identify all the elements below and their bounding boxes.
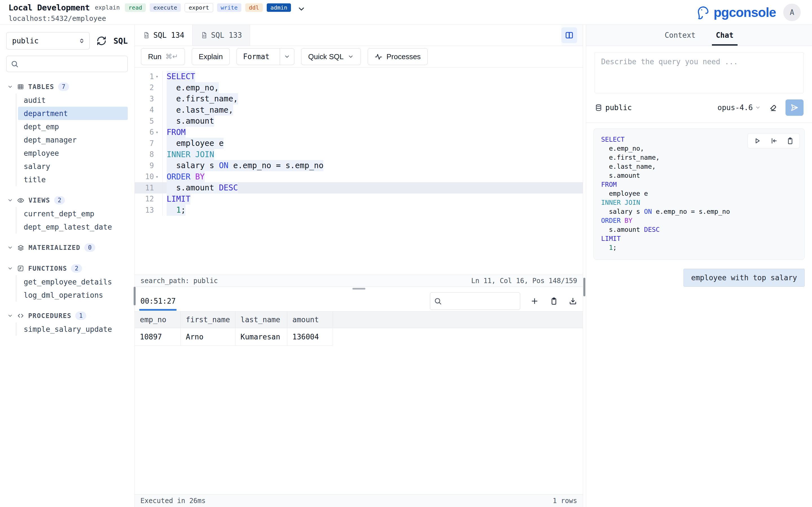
line-number: 9 bbox=[149, 161, 154, 170]
run-code-icon[interactable] bbox=[753, 137, 761, 145]
editor-line-6[interactable]: 6 ▾ FROM bbox=[135, 127, 583, 138]
column-header-emp_no[interactable]: emp_no bbox=[135, 312, 181, 328]
tab-sql-133[interactable]: SQL 133 bbox=[193, 25, 250, 46]
cell[interactable]: 136004 bbox=[287, 328, 333, 346]
section-header-procedures[interactable]: PROCEDURES 1 bbox=[6, 309, 128, 323]
sidebar-item-dept_emp[interactable]: dept_emp bbox=[18, 120, 128, 133]
chevron-down-icon[interactable] bbox=[7, 198, 13, 203]
avatar[interactable]: A bbox=[783, 4, 801, 21]
line-gutter[interactable]: 4 bbox=[135, 106, 162, 114]
cell[interactable]: Arno bbox=[181, 328, 236, 346]
quick-sql-button[interactable]: Quick SQL bbox=[301, 48, 361, 65]
line-gutter[interactable]: 3 bbox=[135, 95, 162, 103]
results-search-input[interactable] bbox=[444, 297, 516, 305]
cell[interactable]: Kumaresan bbox=[236, 328, 287, 346]
composer-schema-chip[interactable]: public bbox=[595, 103, 632, 112]
fold-arrow-icon[interactable]: ▾ bbox=[156, 74, 160, 79]
result-timer-tab[interactable]: 00:51:27 bbox=[140, 291, 175, 311]
processes-button[interactable]: Processes bbox=[368, 48, 428, 65]
tab-sql-134[interactable]: SQL 134 bbox=[135, 25, 193, 46]
editor-line-4[interactable]: 4 e.last_name, bbox=[135, 105, 583, 116]
sql-editor[interactable]: 1 ▾ SELECT 2 e.emp_no, 3 e.first_name, 4… bbox=[135, 68, 583, 275]
editor-line-11[interactable]: 11 s.amount DESC bbox=[135, 182, 583, 193]
model-select[interactable]: opus-4.6 bbox=[718, 103, 761, 112]
editor-line-9[interactable]: 9 salary s ON e.emp_no = s.emp_no bbox=[135, 160, 583, 171]
copy-results-icon[interactable] bbox=[550, 297, 558, 305]
line-gutter[interactable]: 6 ▾ bbox=[135, 128, 162, 136]
line-gutter[interactable]: 11 bbox=[135, 184, 162, 192]
workspace-menu-chevron-icon[interactable] bbox=[297, 5, 306, 13]
fold-arrow-icon[interactable]: ▾ bbox=[156, 129, 160, 135]
editor-line-13[interactable]: 13 1; bbox=[135, 205, 583, 216]
chevron-down-icon[interactable] bbox=[7, 266, 13, 271]
panel-resize-divider[interactable] bbox=[583, 25, 586, 507]
sidebar-search-input[interactable] bbox=[22, 60, 123, 68]
column-header-first_name[interactable]: first_name bbox=[181, 312, 236, 328]
fold-arrow-icon[interactable]: ▾ bbox=[156, 174, 160, 179]
column-header-amount[interactable]: amount bbox=[287, 312, 333, 328]
results-search[interactable] bbox=[430, 292, 520, 310]
line-gutter[interactable]: 8 bbox=[135, 150, 162, 159]
sidebar-search[interactable] bbox=[6, 56, 128, 72]
sidebar-item-employee[interactable]: employee bbox=[18, 147, 128, 160]
sidebar-item-log_dml_operations[interactable]: log_dml_operations bbox=[18, 288, 128, 302]
run-button[interactable]: Run ⌘↵ bbox=[141, 48, 185, 65]
sidebar-item-current_dept_emp[interactable]: current_dept_emp bbox=[18, 207, 128, 220]
clear-chat-icon[interactable] bbox=[769, 103, 777, 112]
line-gutter[interactable]: 13 bbox=[135, 206, 162, 214]
editor-line-8[interactable]: 8 INNER JOIN bbox=[135, 149, 583, 160]
sidebar-item-get_employee_details[interactable]: get_employee_details bbox=[18, 275, 128, 288]
sidebar-item-salary[interactable]: salary bbox=[18, 160, 128, 173]
chevron-down-icon[interactable] bbox=[7, 245, 13, 250]
table-row[interactable]: 10897ArnoKumaresan136004 bbox=[135, 328, 583, 346]
sidebar-item-simple_salary_update[interactable]: simple_salary_update bbox=[18, 323, 128, 336]
line-gutter[interactable]: 10 ▾ bbox=[135, 172, 162, 181]
format-button[interactable]: Format bbox=[237, 48, 294, 65]
format-chevron-icon[interactable] bbox=[280, 48, 294, 65]
results-resize-divider[interactable] bbox=[135, 287, 583, 291]
section-header-tables[interactable]: TABLES 7 bbox=[6, 80, 128, 94]
line-gutter[interactable]: 12 bbox=[135, 194, 162, 203]
editor-line-7[interactable]: 7 employee e bbox=[135, 138, 583, 149]
chevron-down-icon[interactable] bbox=[7, 313, 13, 319]
cell[interactable]: 10897 bbox=[135, 328, 181, 346]
send-button[interactable] bbox=[785, 100, 804, 116]
editor-line-3[interactable]: 3 e.first_name, bbox=[135, 93, 583, 105]
tab-context[interactable]: Context bbox=[665, 25, 696, 46]
download-results-icon[interactable] bbox=[569, 297, 577, 305]
refresh-icon[interactable] bbox=[96, 36, 107, 46]
column-header-last_name[interactable]: last_name bbox=[236, 312, 287, 328]
results-resize-handle[interactable] bbox=[352, 288, 365, 290]
add-result-tab-icon[interactable] bbox=[530, 297, 539, 305]
panel-resize-handle[interactable] bbox=[583, 278, 585, 296]
line-gutter[interactable]: 5 bbox=[135, 117, 162, 125]
sql-view-toggle[interactable]: SQL bbox=[113, 36, 128, 46]
editor-line-10[interactable]: 10 ▾ ORDER BY bbox=[135, 171, 583, 182]
section-header-views[interactable]: VIEWS 2 bbox=[6, 193, 128, 207]
sidebar-item-dept_manager[interactable]: dept_manager bbox=[18, 133, 128, 147]
sidebar-item-department[interactable]: department bbox=[18, 107, 128, 120]
editor-line-2[interactable]: 2 e.emp_no, bbox=[135, 82, 583, 94]
schema-select[interactable]: public bbox=[6, 32, 90, 50]
explain-button[interactable]: Explain bbox=[192, 48, 230, 65]
tab-chat[interactable]: Chat bbox=[716, 25, 733, 46]
chat-input[interactable] bbox=[595, 52, 804, 93]
cursor-position-status: Ln 11, Col 16, Pos 148/159 bbox=[471, 277, 577, 285]
editor-line-1[interactable]: 1 ▾ SELECT bbox=[135, 71, 583, 82]
section-header-functions[interactable]: FUNCTIONS 2 bbox=[6, 262, 128, 275]
line-gutter[interactable]: 2 bbox=[135, 83, 162, 92]
chevron-down-icon[interactable] bbox=[7, 84, 13, 90]
sidebar-resize-handle[interactable] bbox=[134, 287, 136, 305]
sidebar-item-dept_emp_latest_date[interactable]: dept_emp_latest_date bbox=[18, 220, 128, 233]
editor-line-12[interactable]: 12 LIMIT bbox=[135, 193, 583, 205]
line-gutter[interactable]: 1 ▾ bbox=[135, 72, 162, 81]
insert-to-editor-icon[interactable] bbox=[770, 137, 777, 145]
sidebar-item-audit[interactable]: audit bbox=[18, 94, 128, 107]
copy-code-icon[interactable] bbox=[786, 137, 794, 145]
section-header-materialized[interactable]: MATERIALIZED 0 bbox=[6, 241, 128, 255]
line-gutter[interactable]: 7 bbox=[135, 139, 162, 148]
sidebar-item-title[interactable]: title bbox=[18, 173, 128, 186]
line-gutter[interactable]: 9 bbox=[135, 161, 162, 170]
split-view-button[interactable] bbox=[561, 27, 577, 43]
editor-line-5[interactable]: 5 s.amount bbox=[135, 115, 583, 127]
